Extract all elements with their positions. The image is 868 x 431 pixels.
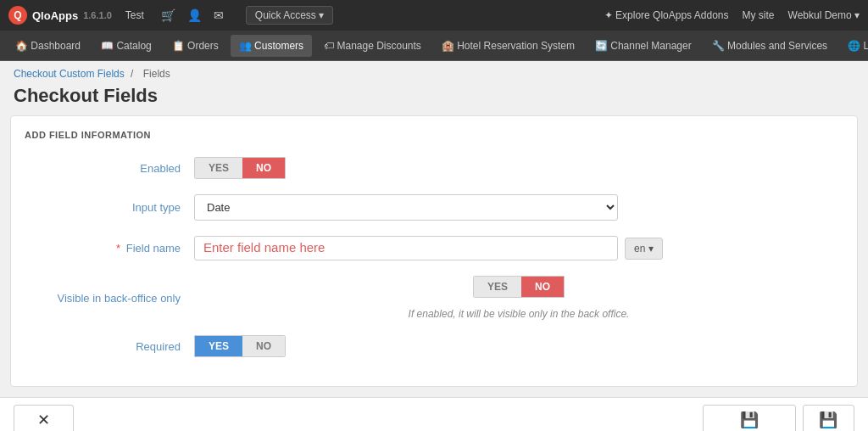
field-name-control: en ▾	[194, 236, 843, 260]
visible-no-button[interactable]: NO	[521, 276, 565, 298]
app-version: 1.6.1.0	[83, 10, 112, 20]
enabled-label: Enabled	[25, 162, 194, 175]
save-stay-icon: 💾	[740, 411, 759, 429]
save-button[interactable]: 💾 Save	[803, 405, 854, 431]
page-title: Checkout Fields	[0, 81, 868, 115]
visible-toggle-group: YES NO	[473, 276, 565, 298]
field-name-input[interactable]	[194, 236, 618, 260]
visible-yes-button[interactable]: YES	[473, 276, 521, 298]
enabled-yes-button[interactable]: YES	[194, 157, 242, 179]
save-and-stay-button[interactable]: 💾 Save and stay	[703, 405, 796, 431]
nav-modules[interactable]: 🔧 Modules and Services	[704, 35, 836, 57]
visible-control: YES NO If enabled, it will be visible on…	[194, 276, 843, 320]
user-icon[interactable]: 👤	[187, 8, 202, 22]
cart-icon[interactable]: 🛒	[161, 8, 175, 22]
breadcrumb-current: Fields	[143, 68, 170, 80]
visible-helper: If enabled, it will be visible only in t…	[409, 308, 630, 320]
nav-orders[interactable]: 📋 Orders	[164, 35, 227, 57]
language-button[interactable]: en ▾	[625, 238, 663, 260]
enabled-toggle-group: YES NO	[194, 157, 286, 179]
field-name-label: * Field name	[25, 242, 194, 255]
app-logo[interactable]: Q QloApps 1.6.1.0	[8, 6, 112, 25]
nav-discounts[interactable]: 🏷 Manage Discounts	[315, 35, 430, 57]
nav-localization[interactable]: 🌐 Localization	[839, 35, 868, 57]
field-name-row: * Field name en ▾	[25, 236, 843, 260]
nav-hotel[interactable]: 🏨 Hotel Reservation System	[433, 35, 583, 57]
input-type-select[interactable]: Date Text Number Select Checkbox Radio T…	[194, 194, 618, 221]
required-no-button[interactable]: NO	[242, 335, 286, 357]
required-yes-button[interactable]: YES	[194, 335, 242, 357]
test-label: Test	[125, 9, 144, 21]
required-toggle-group: YES NO	[194, 335, 286, 357]
section-title: ADD FIELD INFORMATION	[25, 130, 843, 140]
top-nav-icons: 🛒 👤 ✉	[161, 8, 224, 22]
nav-dashboard[interactable]: 🏠 Dashboard	[7, 35, 89, 57]
breadcrumb: Checkout Custom Fields / Fields	[0, 61, 868, 81]
required-row: Required YES NO	[25, 335, 843, 357]
input-type-control: Date Text Number Select Checkbox Radio T…	[194, 194, 843, 221]
top-right-links: ✦ Explore QloApps Addons My site Webkul …	[604, 9, 860, 21]
form-panel: ADD FIELD INFORMATION Enabled YES NO Inp…	[10, 115, 858, 387]
enabled-no-button[interactable]: NO	[242, 157, 286, 179]
visible-row: Visible in back-office only YES NO If en…	[25, 276, 843, 320]
nav-channel[interactable]: 🔄 Channel Manager	[587, 35, 700, 57]
my-site-link[interactable]: My site	[743, 9, 775, 21]
required-label: Required	[25, 340, 194, 353]
input-type-label: Input type	[25, 201, 194, 214]
mail-icon[interactable]: ✉	[214, 8, 224, 22]
enabled-row: Enabled YES NO	[25, 157, 843, 179]
app-name: QloApps	[32, 9, 78, 22]
nav-customers[interactable]: 👥 Customers	[231, 35, 312, 57]
required-star: *	[116, 242, 120, 255]
main-navigation: 🏠 Dashboard 📖 Catalog 📋 Orders 👥 Custome…	[0, 31, 868, 61]
breadcrumb-separator: /	[131, 68, 133, 80]
explore-addons-link[interactable]: ✦ Explore QloApps Addons	[604, 9, 729, 21]
required-control: YES NO	[194, 335, 843, 357]
profile-link[interactable]: Webkul Demo ▾	[788, 9, 860, 21]
breadcrumb-parent[interactable]: Checkout Custom Fields	[14, 68, 125, 80]
save-button-group: 💾 Save and stay 💾 Save	[703, 405, 854, 431]
top-navigation: Q QloApps 1.6.1.0 Test 🛒 👤 ✉ Quick Acces…	[0, 0, 868, 31]
enabled-toggle-area: YES NO	[194, 157, 843, 179]
cancel-icon: ✕	[37, 411, 50, 429]
visible-label: Visible in back-office only	[25, 292, 194, 305]
footer-bar: ✕ Cancel 💾 Save and stay 💾 Save	[0, 397, 868, 431]
save-icon: 💾	[819, 411, 837, 429]
cancel-button[interactable]: ✕ Cancel	[14, 405, 74, 431]
input-type-row: Input type Date Text Number Select Check…	[25, 194, 843, 221]
nav-catalog[interactable]: 📖 Catalog	[92, 35, 160, 57]
quick-access-button[interactable]: Quick Access ▾	[246, 6, 333, 25]
logo-q-icon: Q	[8, 6, 27, 25]
